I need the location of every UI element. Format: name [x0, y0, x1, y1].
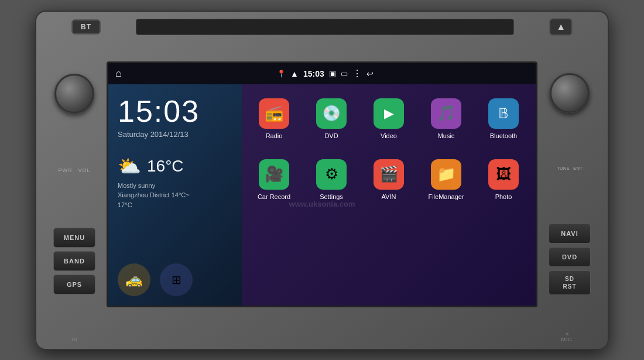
main-body: PWR VOL MENU BAND GPS ⌂ 📍 ▲	[36, 42, 608, 327]
home-icon[interactable]: ⌂	[115, 67, 122, 80]
bluetooth-icon: 𝔹	[488, 98, 519, 129]
battery-icon: ▭	[341, 69, 348, 78]
navi-button[interactable]: NAVI	[549, 224, 591, 244]
right-panel: TUNE ENT NAVI DVD SD RST	[537, 42, 602, 327]
tune-ent-row: TUNE ENT	[557, 166, 583, 171]
cd-slot	[136, 19, 514, 35]
app-video[interactable]: ▶ Video	[364, 92, 414, 145]
pwr-label: PWR	[58, 167, 72, 173]
clock-display: 15:03	[118, 94, 232, 129]
weather-details: Mostly sunny Xiangzhou District 14°C~ 17…	[118, 181, 232, 210]
app-music[interactable]: 🎵 Music	[421, 92, 471, 145]
screen-icon: ▣	[329, 69, 336, 78]
apps-row-1: 📻 Radio 💿 DVD ▶ Video	[249, 92, 529, 145]
mic-label: MIC	[561, 332, 573, 342]
car-unit: BT ▲ PWR VOL MENU BAND GPS ⌂	[35, 11, 609, 350]
more-icon[interactable]: ⋮	[352, 68, 362, 79]
top-strip: BT ▲	[36, 12, 608, 42]
tune-label: TUNE	[557, 166, 570, 171]
status-time: 15:03	[303, 69, 324, 78]
menu-button[interactable]: MENU	[53, 228, 95, 248]
left-panel: PWR VOL MENU BAND GPS	[42, 42, 107, 327]
screen-wrapper: ⌂ 📍 ▲ 15:03 ▣ ▭ ⋮ ↩	[107, 61, 537, 307]
screen: ⌂ 📍 ▲ 15:03 ▣ ▭ ⋮ ↩	[108, 63, 536, 306]
sd-label: SD	[565, 275, 574, 283]
video-icon: ▶	[374, 98, 404, 129]
app-dvd[interactable]: 💿 DVD	[306, 92, 357, 145]
photo-icon: 🖼	[488, 159, 519, 190]
wifi-icon: ▲	[290, 69, 299, 78]
app-photo[interactable]: 🖼 Photo	[478, 153, 529, 206]
bottom-widgets: 🚕 ⊞	[118, 252, 232, 296]
bluetooth-label: Bluetooth	[490, 132, 517, 139]
dvd-label: DVD	[324, 132, 338, 139]
app-radio[interactable]: 📻 Radio	[249, 92, 299, 145]
radio-icon: 📻	[259, 98, 289, 129]
tune-knob[interactable]	[550, 73, 590, 113]
video-label: Video	[381, 132, 397, 139]
app-avin[interactable]: 🎬 AVIN	[364, 153, 414, 206]
dvd-icon: 💿	[316, 98, 347, 129]
weather-row: ⛅ 16°C	[118, 155, 232, 177]
sd-rst-button[interactable]: SD RST	[549, 270, 591, 295]
app-carrecord[interactable]: 🎥 Car Record	[249, 153, 299, 206]
back-icon[interactable]: ↩	[366, 69, 374, 78]
weather-location: Xiangzhou District 14°C~	[118, 191, 190, 198]
avin-icon: 🎬	[374, 159, 404, 190]
weather-temp: 16°C	[147, 157, 184, 176]
eject-button[interactable]: ▲	[549, 18, 573, 36]
screen-content: 15:03 Saturday 2014/12/13 ⛅ 16°C Mostly …	[108, 84, 536, 306]
status-bar: ⌂ 📍 ▲ 15:03 ▣ ▭ ⋮ ↩	[108, 63, 536, 84]
ir-label: IR	[71, 332, 78, 342]
band-button[interactable]: BAND	[53, 251, 95, 271]
weather-condition: Mostly sunny	[118, 182, 155, 189]
apps-panel: 📻 Radio 💿 DVD ▶ Video	[242, 84, 536, 306]
filemanager-label: FileManager	[428, 193, 464, 200]
settings-label: Settings	[320, 193, 343, 200]
app-bluetooth[interactable]: 𝔹 Bluetooth	[478, 92, 529, 145]
location-icon: 📍	[277, 70, 286, 78]
app-settings[interactable]: ⚙ Settings	[306, 153, 357, 206]
apps-row-2: 🎥 Car Record ⚙ Settings 🎬 AVIN	[249, 153, 529, 206]
settings-icon: ⚙	[316, 159, 347, 190]
app-filemanager[interactable]: 📁 FileManager	[421, 153, 471, 206]
music-label: Music	[438, 132, 455, 139]
avin-label: AVIN	[382, 193, 396, 200]
carrecord-label: Car Record	[258, 193, 290, 200]
bottom-strip: IR MIC	[36, 327, 608, 349]
photo-label: Photo	[495, 193, 512, 200]
ent-label: ENT	[573, 166, 583, 171]
carrecord-icon: 🎥	[259, 159, 289, 190]
weather-icon: ⛅	[118, 155, 141, 177]
music-icon: 🎵	[431, 98, 461, 129]
date-display: Saturday 2014/12/13	[118, 130, 232, 139]
info-panel: 15:03 Saturday 2014/12/13 ⛅ 16°C Mostly …	[108, 84, 242, 306]
volume-knob[interactable]	[54, 74, 94, 114]
bt-button[interactable]: BT	[71, 19, 101, 35]
grid-widget[interactable]: ⊞	[160, 263, 193, 296]
rst-label: RST	[563, 283, 577, 290]
taxi-widget[interactable]: 🚕	[118, 263, 150, 296]
radio-label: Radio	[266, 132, 283, 139]
weather-range: 17°C	[118, 201, 132, 208]
gps-button[interactable]: GPS	[53, 275, 95, 294]
vol-label: VOL	[78, 167, 90, 173]
filemanager-icon: 📁	[431, 159, 461, 190]
right-buttons: NAVI DVD SD RST	[549, 224, 591, 295]
left-buttons: MENU BAND GPS	[53, 228, 95, 294]
pwr-vol-row: PWR VOL	[58, 167, 90, 173]
dvd-button[interactable]: DVD	[549, 247, 591, 267]
